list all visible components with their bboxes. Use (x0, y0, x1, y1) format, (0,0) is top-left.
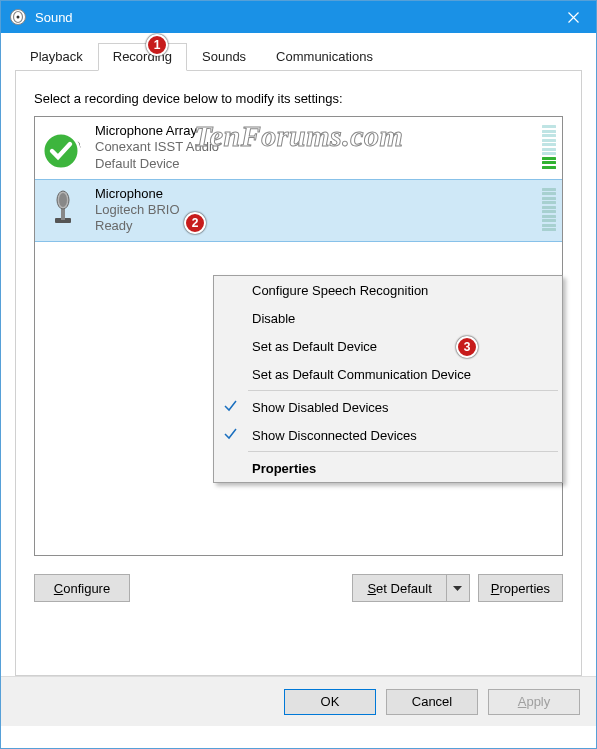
device-sub1: Logitech BRIO (95, 202, 532, 218)
annotation-marker: 2 (184, 212, 206, 234)
ctx-set-default-comm[interactable]: Set as Default Communication Device (214, 360, 562, 388)
dialog-button-bar: OK Cancel Apply (1, 676, 596, 726)
set-default-button[interactable]: Set Default (352, 574, 469, 602)
instruction-text: Select a recording device below to modif… (34, 91, 563, 106)
level-meter (542, 123, 556, 172)
close-icon (568, 12, 579, 23)
apply-button[interactable]: Apply (488, 689, 580, 715)
configure-button[interactable]: Configure (34, 574, 130, 602)
check-icon (224, 399, 237, 415)
chevron-down-icon (453, 586, 462, 591)
close-button[interactable] (550, 1, 596, 33)
device-sub2: Default Device (95, 156, 532, 172)
device-row[interactable]: Microphone Logitech BRIO Ready (35, 179, 562, 242)
tab-playback[interactable]: Playback (15, 43, 98, 71)
ok-button[interactable]: OK (284, 689, 376, 715)
ctx-disable[interactable]: Disable (214, 304, 562, 332)
ctx-show-disabled[interactable]: Show Disabled Devices (214, 393, 562, 421)
level-meter (542, 186, 556, 235)
ctx-configure-speech[interactable]: Configure Speech Recognition (214, 276, 562, 304)
annotation-marker: 1 (146, 34, 168, 56)
device-row[interactable]: Microphone Array Conexant ISST Audio Def… (35, 117, 562, 179)
titlebar: Sound (1, 1, 596, 33)
device-name: Microphone Array (95, 123, 532, 139)
ctx-set-default-device[interactable]: Set as Default Device (214, 332, 562, 360)
default-check-icon (41, 131, 81, 174)
sound-icon (9, 8, 27, 26)
properties-button[interactable]: Properties (478, 574, 563, 602)
device-sub2: Ready (95, 218, 532, 234)
device-icon (43, 186, 85, 235)
svg-point-2 (17, 16, 20, 19)
annotation-marker: 3 (456, 336, 478, 358)
sound-dialog: Sound Playback Recording Sounds Communic… (0, 0, 597, 749)
svg-point-10 (59, 193, 67, 207)
check-icon (224, 427, 237, 443)
tab-sounds[interactable]: Sounds (187, 43, 261, 71)
cancel-button[interactable]: Cancel (386, 689, 478, 715)
set-default-dropdown[interactable] (447, 575, 469, 601)
device-icon (43, 123, 85, 172)
device-name: Microphone (95, 186, 532, 202)
ctx-properties[interactable]: Properties (214, 454, 562, 482)
tab-recording[interactable]: Recording (98, 43, 187, 71)
context-menu: Configure Speech Recognition Disable Set… (213, 275, 563, 483)
ctx-show-disconnected[interactable]: Show Disconnected Devices (214, 421, 562, 449)
tab-communications[interactable]: Communications (261, 43, 388, 71)
device-sub1: Conexant ISST Audio (95, 139, 532, 155)
tab-bar: Playback Recording Sounds Communications (15, 43, 582, 71)
window-title: Sound (35, 10, 550, 25)
